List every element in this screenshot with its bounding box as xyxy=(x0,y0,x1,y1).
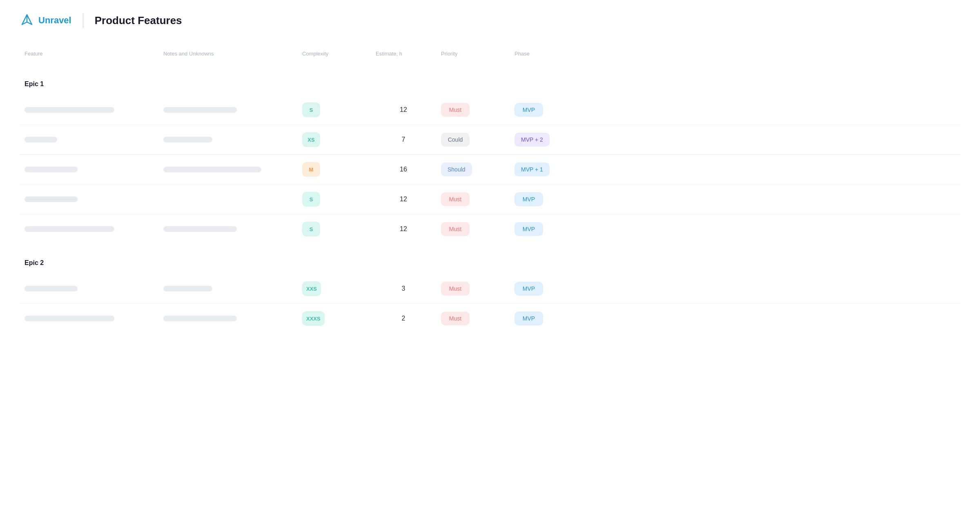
estimate-cell: 3 xyxy=(371,282,436,296)
notes-skeleton xyxy=(163,226,237,232)
estimate-cell: 16 xyxy=(371,163,436,176)
phase-cell: MVP xyxy=(510,100,575,120)
notes-skeleton xyxy=(163,107,237,113)
phase-cell: MVP + 2 xyxy=(510,129,575,150)
epic-1-title: Epic 1 xyxy=(20,76,960,95)
phase-cell: MVP xyxy=(510,278,575,299)
feature-skeleton xyxy=(24,226,114,232)
feature-cell xyxy=(20,163,158,176)
notes-cell xyxy=(158,104,297,116)
feature-cell xyxy=(20,312,158,325)
notes-skeleton xyxy=(163,167,261,172)
table-row: S 12 Must MVP xyxy=(20,95,960,125)
logo-text: Unravel xyxy=(38,15,71,26)
notes-cell xyxy=(158,134,297,146)
feature-cell xyxy=(20,104,158,116)
notes-cell xyxy=(158,312,297,325)
estimate-cell: 12 xyxy=(371,192,436,206)
priority-cell: Must xyxy=(436,219,510,239)
priority-cell: Should xyxy=(436,159,510,180)
priority-cell: Must xyxy=(436,308,510,329)
priority-badge: Could xyxy=(441,133,470,147)
header-divider xyxy=(83,13,83,28)
feature-cell xyxy=(20,283,158,295)
phase-badge: MVP xyxy=(514,222,543,236)
estimate-cell: 2 xyxy=(371,312,436,325)
notes-cell xyxy=(158,196,297,203)
complexity-badge: S xyxy=(302,222,320,236)
feature-cell xyxy=(20,223,158,235)
table-row: XXXS 2 Must MVP xyxy=(20,304,960,333)
epic-2-title: Epic 2 xyxy=(20,255,960,274)
priority-badge: Should xyxy=(441,163,472,176)
complexity-badge: S xyxy=(302,102,320,117)
priority-cell: Could xyxy=(436,129,510,150)
col-priority: Priority xyxy=(436,47,510,60)
estimate-cell: 12 xyxy=(371,222,436,236)
complexity-cell: S xyxy=(297,99,371,120)
estimate-cell: 7 xyxy=(371,133,436,147)
complexity-cell: S xyxy=(297,218,371,240)
notes-cell xyxy=(158,163,297,176)
phase-badge: MVP xyxy=(514,312,543,325)
page-title: Product Features xyxy=(95,14,182,27)
phase-badge: MVP xyxy=(514,103,543,117)
feature-skeleton xyxy=(24,286,78,292)
priority-badge: Must xyxy=(441,312,470,325)
phase-badge: MVP xyxy=(514,282,543,296)
table-row: S 12 Must MVP xyxy=(20,185,960,214)
epic-section-2: Epic 2 XXS 3 Must MVP XXXS 2 Must MVP xyxy=(20,255,960,333)
complexity-badge: XXXS xyxy=(302,311,325,326)
page-header: Unravel Product Features xyxy=(20,13,960,28)
col-estimate: Estimate, h xyxy=(371,47,436,60)
complexity-badge: M xyxy=(302,162,320,177)
col-feature: Feature xyxy=(20,47,158,60)
unravel-logo-icon xyxy=(20,13,34,28)
col-notes: Notes and Unknowns xyxy=(158,47,297,60)
priority-cell: Must xyxy=(436,100,510,120)
priority-badge: Must xyxy=(441,192,470,206)
phase-badge: MVP + 1 xyxy=(514,163,550,176)
estimate-cell: 12 xyxy=(371,103,436,117)
feature-skeleton xyxy=(24,107,114,113)
notes-cell xyxy=(158,223,297,235)
complexity-cell: XXXS xyxy=(297,308,371,329)
table-row: XS 7 Could MVP + 2 xyxy=(20,125,960,155)
phase-badge: MVP xyxy=(514,192,543,206)
complexity-badge: S xyxy=(302,192,320,207)
notes-skeleton xyxy=(163,286,212,292)
priority-badge: Must xyxy=(441,282,470,296)
complexity-cell: S xyxy=(297,189,371,210)
notes-skeleton xyxy=(163,137,212,142)
col-complexity: Complexity xyxy=(297,47,371,60)
features-table: Feature Notes and Unknowns Complexity Es… xyxy=(20,47,960,333)
table-header: Feature Notes and Unknowns Complexity Es… xyxy=(20,47,960,65)
col-phase: Phase xyxy=(510,47,575,60)
table-row: S 12 Must MVP xyxy=(20,214,960,244)
epic-section-1: Epic 1 S 12 Must MVP XS 7 Could MVP + 2 … xyxy=(20,76,960,244)
table-row: XXS 3 Must MVP xyxy=(20,274,960,304)
feature-skeleton xyxy=(24,137,57,142)
feature-skeleton xyxy=(24,167,78,172)
priority-cell: Must xyxy=(436,278,510,299)
complexity-badge: XXS xyxy=(302,281,321,296)
notes-cell xyxy=(158,283,297,295)
feature-cell xyxy=(20,193,158,205)
notes-skeleton xyxy=(163,316,237,321)
priority-badge: Must xyxy=(441,222,470,236)
phase-cell: MVP xyxy=(510,219,575,239)
complexity-cell: XXS xyxy=(297,278,371,299)
phase-cell: MVP xyxy=(510,308,575,329)
feature-skeleton xyxy=(24,196,78,202)
table-row: M 16 Should MVP + 1 xyxy=(20,155,960,185)
priority-badge: Must xyxy=(441,103,470,117)
feature-cell xyxy=(20,134,158,146)
complexity-cell: M xyxy=(297,159,371,180)
phase-cell: MVP xyxy=(510,189,575,209)
complexity-badge: XS xyxy=(302,132,320,147)
logo-area: Unravel xyxy=(20,13,71,28)
complexity-cell: XS xyxy=(297,129,371,150)
phase-badge: MVP + 2 xyxy=(514,133,550,147)
phase-cell: MVP + 1 xyxy=(510,159,575,180)
feature-skeleton xyxy=(24,316,114,321)
